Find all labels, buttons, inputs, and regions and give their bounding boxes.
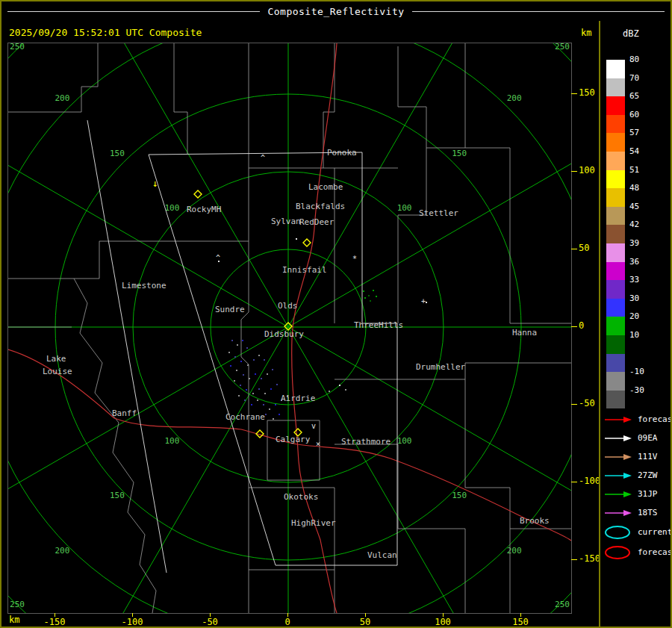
axis-tick	[571, 171, 577, 172]
range-label: 200	[55, 546, 69, 556]
axis-label: 100	[429, 617, 456, 627]
radar-echo	[234, 380, 235, 382]
dbz-band	[606, 262, 625, 281]
axis-label: -100	[119, 617, 146, 627]
radar-echo	[258, 388, 260, 390]
dbz-band-label: 65	[629, 91, 639, 101]
radar-echo	[231, 340, 233, 341]
dbz-band-label: 45	[629, 202, 639, 211]
axis-tick	[571, 482, 577, 482]
radar-echo	[329, 391, 330, 392]
city-label: Sylvan	[271, 217, 301, 226]
dbz-band-label: 70	[629, 72, 639, 82]
track-legend-row: 18TS	[603, 503, 672, 522]
radar-echo	[265, 414, 267, 415]
city-label: Strathmore	[341, 437, 391, 447]
map-symbol: v	[311, 422, 316, 430]
boundary-line	[174, 43, 187, 154]
city-label: Drumheller	[416, 362, 466, 372]
track-legend-row: 09EA	[603, 429, 672, 447]
dbz-band	[606, 243, 625, 262]
axis-label: 0	[579, 320, 584, 331]
dbz-band-label: -30	[629, 385, 644, 395]
radar-echo	[243, 374, 244, 376]
track-label: 18TS	[638, 508, 658, 517]
dbz-band	[606, 78, 625, 97]
unit-label-bottom: km	[9, 615, 19, 625]
storm-cell-marker[interactable]	[194, 190, 202, 198]
track-legend-row: forecast	[603, 410, 672, 429]
city-label: Sundre	[215, 305, 245, 314]
axis-label: -50	[196, 617, 223, 627]
radar-echo	[244, 400, 246, 401]
city-label: Okotoks	[284, 492, 318, 502]
boundary-line	[398, 46, 510, 148]
radar-map[interactable]: 1001001001001501501501502002002002002502…	[7, 43, 572, 614]
axis-label: -50	[579, 398, 595, 408]
track-label: forecast	[638, 414, 672, 424]
axis-label: -150	[41, 617, 68, 627]
city-label: Limestone	[122, 281, 167, 290]
dbz-band-label: 10	[629, 330, 639, 340]
city-label: Ponoka	[327, 148, 357, 158]
dbz-band	[606, 335, 625, 354]
storm-cell-marker[interactable]	[303, 239, 311, 246]
city-label: Vulcan	[367, 550, 397, 560]
city-label: RockyMH	[187, 205, 221, 214]
radar-echo	[345, 389, 346, 391]
track-label: 27ZW	[638, 470, 658, 480]
map-symbol: ^	[216, 254, 220, 262]
dbz-band-label: 60	[629, 110, 639, 119]
track-arrow-icon	[603, 488, 633, 500]
radar-window: Composite_Reflectivity 2025/09/20 15:52:…	[0, 0, 672, 628]
radar-echo	[240, 361, 242, 362]
radar-echo	[364, 297, 366, 299]
dbz-band	[606, 280, 625, 299]
range-label: 200	[507, 93, 522, 103]
range-label: 150	[452, 491, 467, 500]
range-label: 250	[10, 43, 25, 52]
axis-tick	[571, 249, 577, 249]
radar-echo	[252, 393, 254, 394]
range-spoke	[79, 327, 288, 614]
radar-echo	[426, 302, 427, 303]
colorbar: 80706560575451484542393633302010-10-30	[606, 60, 666, 414]
city-label: Lake	[46, 354, 66, 364]
title-rule-left	[7, 11, 260, 12]
ellipse-legend-row: current	[603, 522, 672, 542]
radar-echo	[368, 295, 370, 296]
track-arrow-icon	[603, 451, 633, 463]
map-symbol: *	[352, 255, 357, 263]
dbz-band	[606, 60, 625, 78]
track-arrow-icon	[603, 414, 633, 426]
dbz-band	[606, 299, 625, 317]
radar-echo	[253, 359, 255, 361]
radar-echo	[249, 378, 250, 379]
map-symbol: ^	[261, 154, 265, 162]
range-label: 250	[10, 600, 25, 609]
radar-echo	[246, 389, 247, 391]
radar-echo	[270, 388, 272, 390]
radar-echo	[363, 290, 364, 292]
dbz-band-label: 20	[629, 311, 639, 321]
city-label: Hanna	[512, 328, 537, 338]
map-symbol: +	[421, 297, 426, 305]
track-legend-row: 111V	[603, 447, 672, 466]
track-arrow-icon	[603, 432, 633, 444]
track-arrow-icon	[603, 470, 633, 482]
radar-echo	[269, 408, 270, 410]
dbz-band	[606, 115, 625, 134]
ellipse-icon	[603, 525, 633, 540]
city-label: Louise	[43, 367, 72, 376]
radar-echo	[257, 400, 258, 401]
dbz-band-label: 51	[629, 164, 639, 174]
boundary-line	[249, 488, 335, 613]
axis-label: 100	[579, 165, 595, 175]
boundary-line	[8, 241, 178, 279]
radar-echo	[242, 340, 243, 341]
axis-label: 50	[352, 617, 379, 627]
dbz-band-label: 48	[629, 183, 639, 193]
range-spoke	[7, 118, 288, 327]
legend-title: dBZ	[623, 28, 639, 39]
window-title: Composite_Reflectivity	[267, 6, 404, 17]
